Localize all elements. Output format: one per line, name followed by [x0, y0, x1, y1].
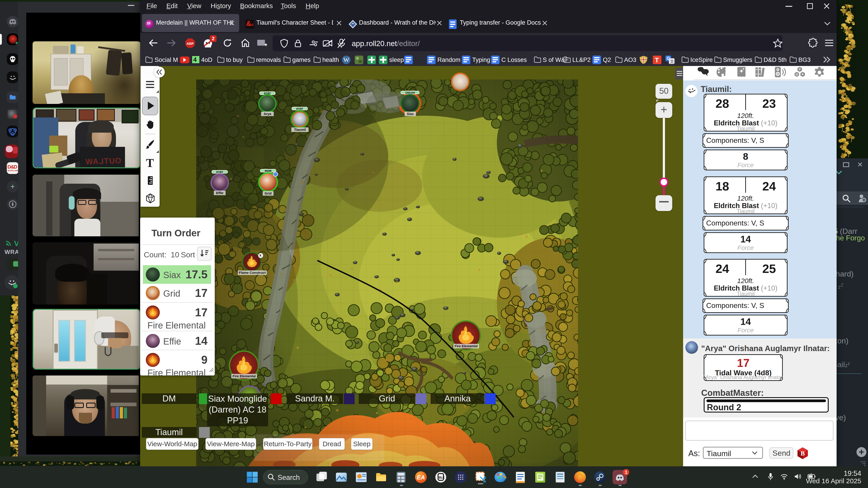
svg-text:B: B [801, 450, 805, 457]
svg-text:ABP: ABP [186, 41, 194, 45]
svg-text:@: @ [796, 72, 798, 76]
svg-text:#: # [799, 67, 801, 71]
